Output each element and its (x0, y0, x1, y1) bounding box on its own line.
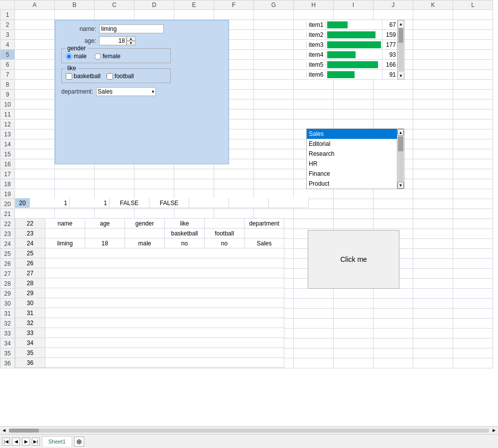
cell-j32[interactable] (374, 319, 413, 329)
col-header-k[interactable]: K (413, 0, 453, 10)
cell-l27[interactable] (453, 269, 493, 279)
cell-34[interactable] (45, 338, 284, 348)
cell-j22[interactable] (374, 219, 413, 229)
cell-g5[interactable] (254, 50, 294, 60)
cell-a19[interactable] (15, 189, 55, 199)
cell-h10[interactable] (294, 100, 334, 110)
cell-i34[interactable] (334, 338, 374, 348)
cell-k16[interactable] (413, 159, 453, 169)
cell-l36[interactable] (453, 358, 493, 368)
cell-k23[interactable] (413, 229, 453, 239)
col-header-l[interactable]: L (453, 0, 493, 10)
cell-k31[interactable] (413, 309, 453, 319)
cell-g12[interactable] (254, 119, 294, 129)
cell-j35[interactable] (374, 348, 413, 358)
chart-scroll-up-button[interactable]: ▲ (398, 20, 404, 27)
cell-h22[interactable] (294, 219, 334, 229)
cell-g11[interactable] (254, 110, 294, 119)
cell-g15[interactable] (254, 149, 294, 159)
cell-j30[interactable] (374, 299, 413, 309)
cell-k10[interactable] (413, 100, 453, 110)
cell-f20[interactable] (229, 198, 269, 208)
cell-h12[interactable] (294, 119, 334, 129)
cell-a10[interactable] (15, 100, 55, 110)
cell-k34[interactable] (413, 338, 453, 348)
cell-a2[interactable] (15, 20, 55, 30)
cell-j9[interactable] (374, 90, 413, 100)
cell-l24[interactable] (453, 239, 493, 249)
listbox-scrollbar[interactable]: ▲ ▼ (397, 129, 404, 189)
cell-k27[interactable] (413, 269, 453, 279)
cell-l10[interactable] (453, 100, 493, 110)
cell-h9[interactable] (294, 90, 334, 100)
listbox-scroll-down-button[interactable]: ▼ (397, 182, 404, 189)
cell-a6[interactable] (15, 60, 55, 70)
col-header-f[interactable]: F (214, 0, 254, 10)
cell-l34[interactable] (453, 338, 493, 348)
col-header-g[interactable]: G (254, 0, 294, 10)
listbox-item-editorial[interactable]: Editorial (307, 139, 397, 149)
table-header-like[interactable]: like (165, 219, 205, 228)
cell-h21[interactable] (294, 209, 334, 219)
cell-d19[interactable] (134, 189, 174, 199)
cell-e19[interactable] (174, 189, 214, 199)
table-header-name[interactable]: name (45, 219, 85, 228)
tab-nav-next[interactable]: ▶ (22, 438, 30, 446)
cell-f21[interactable] (214, 209, 254, 219)
cell-32[interactable] (45, 318, 284, 328)
cell-l15[interactable] (453, 149, 493, 159)
cell-k24[interactable] (413, 239, 453, 249)
table-header-dept[interactable]: department (245, 219, 284, 228)
cell-a14[interactable] (15, 139, 55, 149)
cell-j33[interactable] (374, 329, 413, 338)
spinner-up-button[interactable]: ▲ (126, 36, 135, 41)
cell-k33[interactable] (413, 329, 453, 338)
cell-j36[interactable] (374, 358, 413, 368)
cell-g4[interactable] (254, 40, 294, 50)
cell-c1[interactable] (95, 10, 134, 20)
cell-g9[interactable] (254, 90, 294, 100)
cell-k11[interactable] (413, 110, 453, 119)
cell-g1[interactable] (254, 10, 294, 20)
cell-l26[interactable] (453, 259, 493, 269)
col-header-c[interactable]: C (95, 0, 134, 10)
cell-d17[interactable] (134, 169, 174, 179)
cell-g19[interactable] (254, 189, 294, 199)
cell-a7[interactable] (15, 70, 55, 80)
cell-c18[interactable] (95, 179, 134, 189)
cell-a20[interactable]: 1 (30, 198, 70, 208)
col-header-i[interactable]: I (334, 0, 374, 10)
cell-g18[interactable] (254, 179, 294, 189)
cell-a21[interactable] (15, 209, 55, 219)
cell-f19[interactable] (214, 189, 254, 199)
cell-k25[interactable] (413, 249, 453, 259)
cell-l4[interactable] (453, 40, 493, 50)
cell-a12[interactable] (15, 119, 55, 129)
cell-b20[interactable]: 1 (70, 198, 110, 208)
cell-24-age[interactable]: 18 (85, 238, 125, 248)
cell-l25[interactable] (453, 249, 493, 259)
spinner-down-button[interactable]: ▼ (126, 41, 135, 45)
cell-23-name[interactable] (45, 228, 85, 238)
cell-e18[interactable] (174, 179, 214, 189)
cell-d18[interactable] (134, 179, 174, 189)
cell-26[interactable] (45, 258, 284, 268)
cell-k35[interactable] (413, 348, 453, 358)
cell-l13[interactable] (453, 129, 493, 139)
cell-l5[interactable] (453, 50, 493, 60)
cell-k36[interactable] (413, 358, 453, 368)
add-sheet-button[interactable]: ⊕ (74, 437, 84, 447)
cell-k15[interactable] (413, 149, 453, 159)
listbox-item-research[interactable]: Research (307, 149, 397, 159)
cell-l22[interactable] (453, 219, 493, 229)
cell-e21[interactable] (174, 209, 214, 219)
cell-f17[interactable] (214, 169, 254, 179)
cell-l32[interactable] (453, 319, 493, 329)
cell-k29[interactable] (413, 289, 453, 299)
cell-a18[interactable] (15, 179, 55, 189)
cell-23-football[interactable]: football (205, 228, 245, 238)
cell-h19[interactable] (294, 189, 334, 199)
cell-b1[interactable] (55, 10, 95, 20)
checkbox-football-input[interactable] (107, 73, 113, 80)
cell-c21[interactable] (95, 209, 134, 219)
